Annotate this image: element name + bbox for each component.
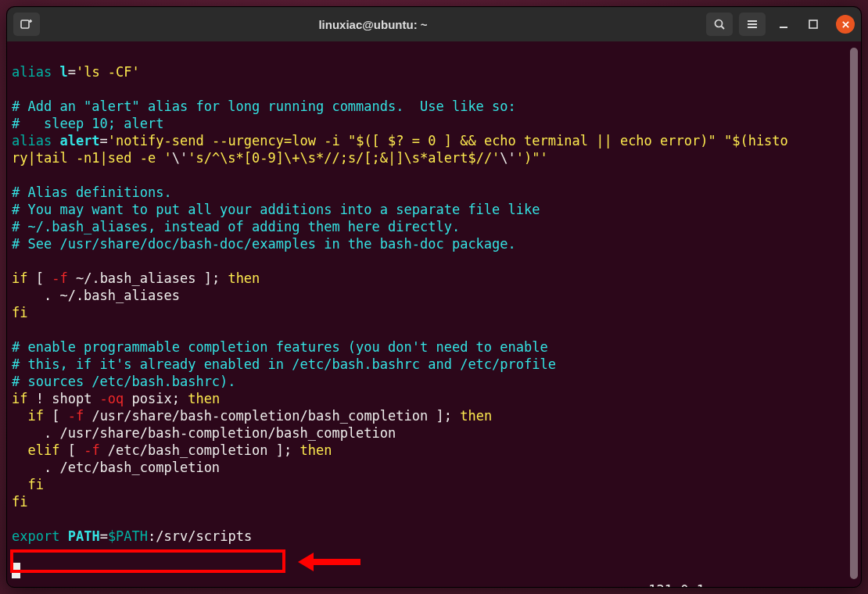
new-tab-icon — [20, 18, 33, 30]
eq: = — [68, 64, 76, 80]
keyword-then: then — [300, 442, 332, 458]
var-ref: $PATH — [108, 528, 148, 544]
flag: -f — [52, 270, 67, 286]
string: 's/^\s*[0-9]\+\s*//;s/[;&|]\s*alert$//' — [188, 150, 500, 166]
keyword-if: if — [12, 391, 27, 406]
path-literal: :/srv/scripts — [148, 528, 252, 544]
scrollbar[interactable] — [850, 48, 858, 579]
minimize-icon — [777, 18, 790, 30]
string: ')"' — [516, 150, 548, 166]
esc: \' — [500, 150, 515, 166]
titlebar[interactable]: linuxiac@ubuntu: ~ — [7, 7, 861, 41]
scrollbar-thumb[interactable] — [850, 48, 858, 579]
string: ry|tail -n1|sed -e ' — [12, 150, 172, 166]
flag: -f — [68, 408, 84, 424]
keyword-alias: alias — [12, 64, 52, 80]
comment: # Alias definitions. — [12, 184, 172, 200]
code-line: . ~/.bash_aliases — [12, 288, 180, 303]
alias-name: l — [52, 64, 67, 80]
terminal-viewport[interactable]: alias l='ls -CF' # Add an "alert" alias … — [7, 41, 861, 587]
svg-point-3 — [716, 20, 723, 27]
svg-rect-0 — [21, 20, 29, 28]
cursor-position: 121,0-1 — [648, 582, 705, 588]
flag: -oq — [100, 391, 124, 406]
comment: # this, if it's already enabled in /etc/… — [12, 356, 556, 372]
search-button[interactable] — [706, 13, 733, 36]
svg-line-4 — [722, 27, 725, 30]
vim-status-bar: 121,0-1 Bot — [7, 567, 861, 584]
keyword-then: then — [228, 270, 260, 286]
comment: # enable programmable completion feature… — [12, 339, 548, 355]
maximize-icon — [807, 18, 820, 30]
string: 'ls -CF' — [76, 64, 140, 80]
editor-content: alias l='ls -CF' # Add an "alert" alias … — [12, 46, 861, 579]
var-name: PATH — [68, 528, 100, 544]
eq: = — [100, 133, 108, 148]
keyword-then: then — [460, 408, 492, 424]
comment: # See /usr/share/doc/bash-doc/examples i… — [12, 236, 516, 252]
esc: \' — [172, 150, 188, 166]
comment: # You may want to put all your additions… — [12, 202, 540, 217]
comment: # Add an "alert" alias for long running … — [12, 98, 516, 114]
comment: # sources /etc/bash.bashrc). — [12, 374, 236, 389]
string: 'notify-send --urgency=low -i "$([ $? = … — [108, 133, 788, 148]
close-icon — [841, 20, 850, 29]
minimize-button[interactable] — [772, 13, 795, 36]
keyword-if: if — [12, 270, 27, 286]
comment: # sleep 10; alert — [12, 116, 163, 131]
search-icon — [713, 18, 726, 30]
window-title: linuxiac@ubuntu: ~ — [46, 18, 700, 31]
keyword-fi: fi — [12, 477, 44, 492]
keyword-elif: elif — [12, 442, 59, 458]
svg-rect-9 — [809, 20, 817, 28]
keyword-if: if — [12, 408, 44, 424]
alias-name: alert — [52, 133, 99, 148]
terminal-window: linuxiac@ubuntu: ~ alias l='ls -CF' # Ad… — [6, 6, 862, 588]
keyword-then: then — [188, 391, 220, 406]
new-tab-button[interactable] — [13, 13, 40, 36]
keyword-export: export — [12, 528, 59, 544]
code-line: . /etc/bash_completion — [12, 460, 220, 475]
code-line: . /usr/share/bash-completion/bash_comple… — [12, 425, 396, 441]
keyword-fi: fi — [12, 494, 27, 510]
maximize-button[interactable] — [802, 13, 825, 36]
comment: # ~/.bash_aliases, instead of adding the… — [12, 219, 460, 234]
close-button[interactable] — [836, 15, 855, 34]
keyword-alias: alias — [12, 133, 52, 148]
hamburger-icon — [746, 18, 759, 30]
flag: -f — [84, 442, 99, 458]
menu-button[interactable] — [739, 13, 766, 36]
keyword-fi: fi — [12, 305, 27, 320]
